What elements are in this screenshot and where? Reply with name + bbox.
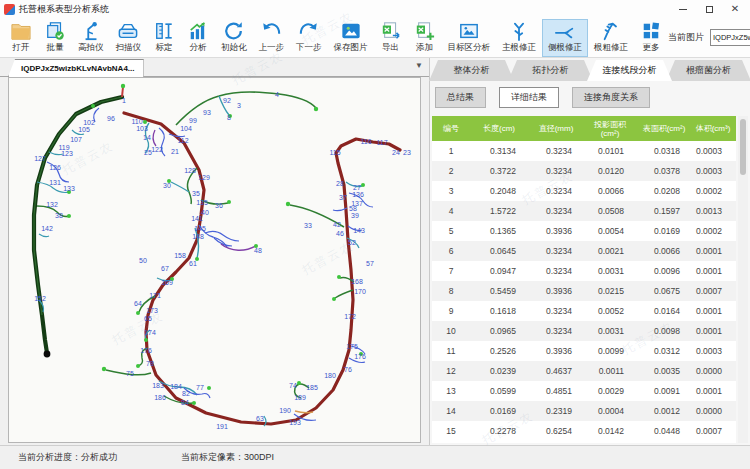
table-scrollbar[interactable] xyxy=(738,116,748,443)
root-image-canvas[interactable]: 1961021051071191231271261311331323814215… xyxy=(8,77,421,443)
toolbar-root-thickness-fix[interactable]: 根粗修正 xyxy=(588,19,634,57)
segment-number-label: 4 xyxy=(275,91,279,98)
minimize-button[interactable] xyxy=(670,0,696,18)
current-image-value: IQDPJxZ5wizbK xyxy=(711,33,750,42)
tab-overall-analysis[interactable]: 整体分析 xyxy=(429,60,514,81)
toolbar-reset[interactable]: 初始化 xyxy=(215,19,253,57)
close-button[interactable]: ✕ xyxy=(722,0,748,18)
table-row[interactable]: 130.05990.48510.00290.00910.0001 xyxy=(432,381,736,401)
title-bar: 托普根系表型分析系统 ✕ xyxy=(0,0,750,18)
table-row[interactable]: 60.06450.32340.00210.00660.0001 xyxy=(432,241,736,261)
segment-number-label: 30 xyxy=(163,182,171,189)
table-row[interactable]: 110.25260.39360.00990.03120.0003 xyxy=(432,341,736,361)
current-image-label: 当前图片 xyxy=(668,31,704,44)
table-cell: 0.3936 xyxy=(528,281,584,301)
toolbar-scanner[interactable]: 扫描仪 xyxy=(110,19,148,57)
col-header-surface-area[interactable]: 表面积(cm²) xyxy=(636,116,692,141)
toolbar-redo[interactable]: 下一步 xyxy=(290,19,328,57)
toolbar-doc-camera[interactable]: 高拍仪 xyxy=(72,19,110,57)
angle-relation-button[interactable]: 连接角度关系 xyxy=(572,87,650,108)
segment-number-label: 148 xyxy=(192,233,204,240)
toolbar-open[interactable]: 打开 xyxy=(4,19,38,57)
table-cell: 0.1365 xyxy=(470,221,528,241)
table-cell: 0.0001 xyxy=(692,241,734,261)
table-cell: 0.4637 xyxy=(528,361,584,381)
table-scrollbar-thumb[interactable] xyxy=(740,119,746,175)
table-cell: 0.0003 xyxy=(692,161,734,181)
toolbar-main-root-fix[interactable]: 主根修正 xyxy=(496,19,542,57)
table-row[interactable]: 90.16180.32340.00520.01640.0001 xyxy=(432,301,736,321)
tab-segment-analysis[interactable]: 连接线段分析 xyxy=(587,60,672,81)
segment-number-label: 173 xyxy=(146,307,158,314)
analyze-icon xyxy=(187,21,209,41)
maximize-button[interactable] xyxy=(696,0,722,18)
col-header-diameter[interactable]: 直径(mm) xyxy=(528,116,584,141)
table-cell: 0.0318 xyxy=(636,141,692,161)
col-header-proj-area[interactable]: 投影面积(cm²) xyxy=(584,116,636,141)
table-cell: 0.3234 xyxy=(528,321,584,341)
table-cell: 0.2319 xyxy=(528,401,584,421)
table-row[interactable]: 30.20480.32340.00660.02080.0002 xyxy=(432,181,736,201)
export-icon xyxy=(380,21,402,41)
table-cell: 0.3234 xyxy=(528,241,584,261)
segment-number-label: 14 xyxy=(143,134,151,141)
segment-number-label: 50 xyxy=(139,257,147,264)
table-cell: 0.0066 xyxy=(584,181,636,201)
segment-number-label: 123 xyxy=(61,150,73,157)
redo-icon xyxy=(298,21,320,41)
toolbar-undo[interactable]: 上一步 xyxy=(253,19,291,57)
segment-number-label: 191 xyxy=(216,423,228,430)
segment-number-label: 63 xyxy=(256,415,264,422)
col-header-volume[interactable]: 体积(cm³) xyxy=(692,116,734,141)
col-header-length[interactable]: 长度(cm) xyxy=(470,116,528,141)
tab-list-dropdown-icon[interactable]: ▼ xyxy=(415,61,423,70)
table-row[interactable]: 150.22780.62540.01420.04480.0007 xyxy=(432,421,736,441)
segment-number-label: 46 xyxy=(336,230,344,237)
analysis-panel: 整体分析 拓扑分析 连接线段分析 根瘤菌分析 总结果 详细结果 连接角度关系 编… xyxy=(430,58,750,445)
segment-number-label: 77 xyxy=(196,384,204,391)
table-row[interactable]: 140.01690.23190.00040.00120.0000 xyxy=(432,401,736,421)
table-row[interactable]: 120.02390.46370.00110.00350.0000 xyxy=(432,361,736,381)
table-row[interactable]: 10.31340.32340.01010.03180.0003 xyxy=(432,141,736,161)
total-result-button[interactable]: 总结果 xyxy=(435,87,486,108)
col-header-id[interactable]: 编号 xyxy=(432,116,470,141)
table-cell: 0.0599 xyxy=(470,381,528,401)
segment-number-label: 145 xyxy=(194,225,206,232)
table-row[interactable]: 20.37220.32340.01200.03780.0003 xyxy=(432,161,736,181)
toolbar-export[interactable]: 导出 xyxy=(374,19,408,57)
table-cell: 0.0448 xyxy=(636,421,692,441)
table-cell: 0.0007 xyxy=(692,421,734,441)
segment-number-label: 35 xyxy=(192,190,200,197)
segment-number-label: 170 xyxy=(354,288,366,295)
table-row[interactable]: 80.54590.39360.02150.06750.0007 xyxy=(432,281,736,301)
current-image-dropdown[interactable]: IQDPJxZ5wizbK ▼ xyxy=(710,29,750,46)
table-cell: 0.0101 xyxy=(584,141,636,161)
toolbar-more[interactable]: 更多 xyxy=(634,19,668,57)
tab-topology-analysis[interactable]: 拓扑分析 xyxy=(508,60,593,81)
table-cell: 0.0312 xyxy=(636,341,692,361)
segment-number-label: 190 xyxy=(279,407,291,414)
table-cell: 0.0099 xyxy=(584,341,636,361)
undo-icon xyxy=(260,21,282,41)
table-row[interactable]: 100.09650.32340.00310.00980.0001 xyxy=(432,321,736,341)
table-cell: 0.0013 xyxy=(692,201,734,221)
table-row[interactable]: 50.13650.39360.00540.01690.0002 xyxy=(432,221,736,241)
table-cell: 0.3134 xyxy=(470,141,528,161)
toolbar-target-area[interactable]: 目标区分析 xyxy=(442,19,497,57)
toolbar-lateral-root-fix[interactable]: 侧根修正 xyxy=(542,19,588,57)
image-tab[interactable]: IQDPJxZ5wizbKLvNAvbNA4... xyxy=(8,59,144,77)
table-cell: 0.3234 xyxy=(528,161,584,181)
table-cell: 0.4851 xyxy=(528,381,584,401)
toolbar-analyze[interactable]: 分析 xyxy=(181,19,215,57)
table-row[interactable]: 41.57220.32340.05080.15970.0013 xyxy=(432,201,736,221)
segment-number-label: 105 xyxy=(78,126,90,133)
tab-rhizobium-analysis[interactable]: 根瘤菌分析 xyxy=(666,60,750,81)
toolbar-save-image[interactable]: 保存图片 xyxy=(328,19,374,57)
toolbar-add[interactable]: 添加 xyxy=(408,19,442,57)
segment-number-label: 133 xyxy=(63,185,75,192)
table-row[interactable]: 70.09470.32340.00310.00960.0001 xyxy=(432,261,736,281)
detailed-result-button[interactable]: 详细结果 xyxy=(499,87,559,108)
toolbar-batch[interactable]: 批量 xyxy=(38,19,72,57)
toolbar-calibrate[interactable]: 标定 xyxy=(147,19,181,57)
segment-number-label: 117 xyxy=(376,139,387,146)
